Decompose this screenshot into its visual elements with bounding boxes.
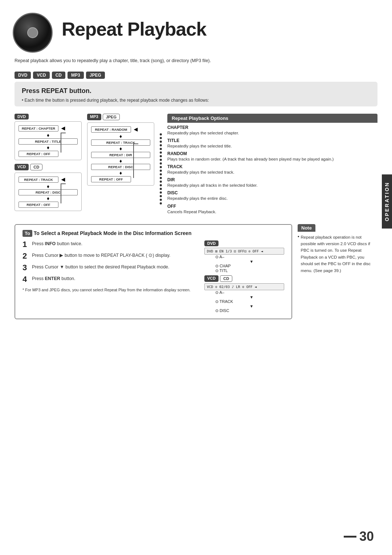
option-desc-title: Repeatedly plays the selected title. bbox=[167, 143, 377, 149]
page-header: 0101010101010010101010101001010101010100… bbox=[0, 0, 392, 58]
jpeg-badge: JPEG bbox=[103, 114, 120, 120]
mp3-item-disc: REPEAT : DISC bbox=[91, 164, 150, 170]
vcd-screen-group: VCD CD VCD ⊙ 02/03 ♪ LR ⊙ OFF ◄ ⊙ A– ▼ ⊙… bbox=[204, 275, 284, 313]
option-desc-dir: Repeatedly plays all tracks in the selec… bbox=[167, 182, 377, 188]
dvd-arrow1: ◄ bbox=[60, 125, 66, 132]
mp3-arrow-down1: ♦ bbox=[91, 133, 150, 139]
steps-and-screens: 1 Press INFO button twice. 2 Press Curso… bbox=[23, 240, 284, 313]
step1: 1 Press INFO button twice. bbox=[23, 240, 197, 248]
option-label-disc: DISC bbox=[167, 190, 377, 195]
vcd-bracket-shape bbox=[61, 183, 66, 203]
option-label-chapter: CHAPTER bbox=[167, 125, 377, 130]
vcd-screen-line1: VCD ⊙ 02/03 ♪ LR ⊙ OFF ◄ bbox=[207, 285, 282, 289]
dvd-flow-container: DVD REPEAT : CHAPTER ◄ ♦ REPEAT : TITLE … bbox=[15, 114, 82, 211]
vcd-row2: REPEAT : DISC bbox=[19, 189, 78, 195]
options-panel: Repeat Playback Options CHAPTER Repeated… bbox=[167, 114, 377, 217]
page-title: Repeat Playback bbox=[62, 18, 206, 40]
option-title: TITLE Repeatedly plays the selected titl… bbox=[167, 138, 377, 149]
page-number-area: 30 bbox=[344, 529, 374, 544]
note-box: Note • Repeat playback operation is not … bbox=[298, 224, 377, 319]
option-label-track: TRACK bbox=[167, 164, 377, 169]
option-desc-random: Plays tracks in random order. (A track t… bbox=[167, 156, 377, 162]
mp3-badge: MP3 bbox=[87, 114, 101, 120]
badge-cd: CD bbox=[52, 72, 65, 79]
dot5 bbox=[160, 148, 162, 150]
dot4 bbox=[160, 144, 162, 146]
vcd-row3-wrapper: REPEAT : OFF bbox=[19, 202, 78, 208]
badge-mp3: MP3 bbox=[68, 72, 84, 79]
badge-dvd: DVD bbox=[15, 72, 31, 79]
option-desc-off: Cancels Repeat Playback. bbox=[167, 209, 377, 215]
mp3-bracket-shape bbox=[133, 143, 138, 178]
dot6 bbox=[160, 151, 162, 154]
note-header: Note bbox=[298, 224, 315, 232]
option-track: TRACK Repeatedly plays the selected trac… bbox=[167, 164, 377, 175]
step2-text: Press Cursor ▶ button to move to REPEAT … bbox=[32, 252, 197, 259]
option-dir: DIR Repeatedly plays all tracks in the s… bbox=[167, 177, 377, 188]
mp3-arrow-down3: ♦ bbox=[91, 158, 150, 164]
vcd-cd-badges: VCD CD bbox=[15, 164, 82, 170]
dvd-screen-opt2: ⊙ CHAP bbox=[215, 264, 284, 268]
step4-text: Press ENTER button. bbox=[32, 275, 197, 282]
step1-text: Press INFO button twice. bbox=[32, 240, 197, 247]
dvd-item-title: REPEAT : TITLE bbox=[19, 138, 78, 145]
step3: 3 Press Cursor ▼ button to select the de… bbox=[23, 264, 197, 272]
vcd-badge: VCD bbox=[15, 164, 29, 170]
repeat-title: Press REPEAT button. bbox=[22, 87, 370, 95]
mp3-row5-wrapper: REPEAT : OFF bbox=[91, 176, 150, 182]
dot14 bbox=[160, 181, 162, 183]
vcd-bracket bbox=[61, 202, 66, 203]
dvd-screen-options: ⊙ A– ▼ ⊙ CHAP ⊙ TITL bbox=[204, 255, 284, 273]
vcd-row1: REPEAT : TRACK ◄ bbox=[19, 176, 78, 183]
dot1 bbox=[160, 133, 162, 135]
note-bullet: • Repeat playback operation is not possi… bbox=[298, 234, 377, 274]
dvd-bracket-shape bbox=[61, 133, 66, 153]
option-label-title: TITLE bbox=[167, 138, 377, 143]
mp3-jpeg-badges: MP3 JPEG bbox=[87, 114, 154, 120]
mp3-row2: REPEAT : TRACK bbox=[91, 139, 150, 146]
mp3-item-track: REPEAT : TRACK bbox=[91, 139, 150, 146]
step2: 2 Press Cursor ▶ button to move to REPEA… bbox=[23, 252, 197, 260]
step2-num: 2 bbox=[23, 252, 30, 260]
disc-graphic: 0101010101010010101010101001010101010100… bbox=[11, 11, 54, 54]
note-bullet-sym: • bbox=[298, 234, 299, 239]
dvd-arrow-down2: ♦ bbox=[19, 145, 78, 151]
repeat-bullet: Each time the button is pressed during p… bbox=[22, 98, 370, 103]
page-bar bbox=[344, 536, 356, 538]
dvd-screen-line1: DVD ⊠ EN 1/3 ⊡ OFF⊡ ⊙ OFF ◄ bbox=[207, 249, 282, 253]
bottom-section: To To Select a Repeat Playback Mode in t… bbox=[15, 224, 377, 319]
vcd-screen-options: ⊙ A– ▼ ⊙ TRACK ▼ ⊙ DISC bbox=[204, 290, 284, 313]
bottom-main-box: To To Select a Repeat Playback Mode in t… bbox=[15, 224, 292, 319]
dot10 bbox=[160, 166, 162, 168]
mp3-bracket bbox=[133, 176, 138, 178]
page-number: 30 bbox=[359, 529, 374, 544]
dot19 bbox=[160, 199, 162, 201]
dvd-screen-opt3: ⊙ TITL bbox=[215, 268, 284, 273]
mp3-item-random: REPEAT : RANDOM bbox=[91, 126, 131, 133]
cd-badge: CD bbox=[30, 164, 42, 170]
dot7 bbox=[160, 155, 162, 157]
dot17 bbox=[160, 191, 162, 194]
dot18 bbox=[160, 195, 162, 197]
repeat-bold: REPEAT bbox=[41, 87, 68, 94]
dvd-item-chapter: REPEAT : CHAPTER bbox=[19, 125, 58, 131]
step3-text: Press Cursor ▼ button to select the desi… bbox=[32, 264, 197, 271]
option-label-off: OFF bbox=[167, 204, 377, 209]
steps-col: 1 Press INFO button twice. 2 Press Curso… bbox=[23, 240, 197, 313]
dvd-screen-group: DVD DVD ⊠ EN 1/3 ⊡ OFF⊡ ⊙ OFF ◄ ⊙ A– ▼ ⊙… bbox=[204, 240, 284, 273]
mp3-row1: REPEAT : RANDOM ◄ bbox=[91, 126, 150, 133]
vcd-screen-opt2: ⊙ TRACK bbox=[215, 299, 284, 304]
dots-divider bbox=[160, 114, 162, 217]
flow-area: DVD REPEAT : CHAPTER ◄ ♦ REPEAT : TITLE … bbox=[0, 112, 392, 219]
vcd-item-disc: REPEAT : DISC bbox=[19, 189, 78, 195]
option-desc-track: Repeatedly plays the selected track. bbox=[167, 169, 377, 175]
format-badges: DVD VCD CD MP3 JPEG bbox=[0, 69, 392, 82]
vcd-cd-flow-box: REPEAT : TRACK ◄ ♦ REPEAT : DISC ♦ REPEA… bbox=[15, 173, 82, 211]
option-random: RANDOM Plays tracks in random order. (A … bbox=[167, 151, 377, 162]
disc-image bbox=[13, 13, 53, 53]
to-label: To bbox=[23, 230, 32, 237]
options-header: Repeat Playback Options bbox=[167, 114, 377, 123]
dvd-arrow-down1: ♦ bbox=[19, 132, 78, 138]
option-chapter: CHAPTER Repeatedly plays the selected ch… bbox=[167, 125, 377, 136]
step3-num: 3 bbox=[23, 264, 30, 272]
